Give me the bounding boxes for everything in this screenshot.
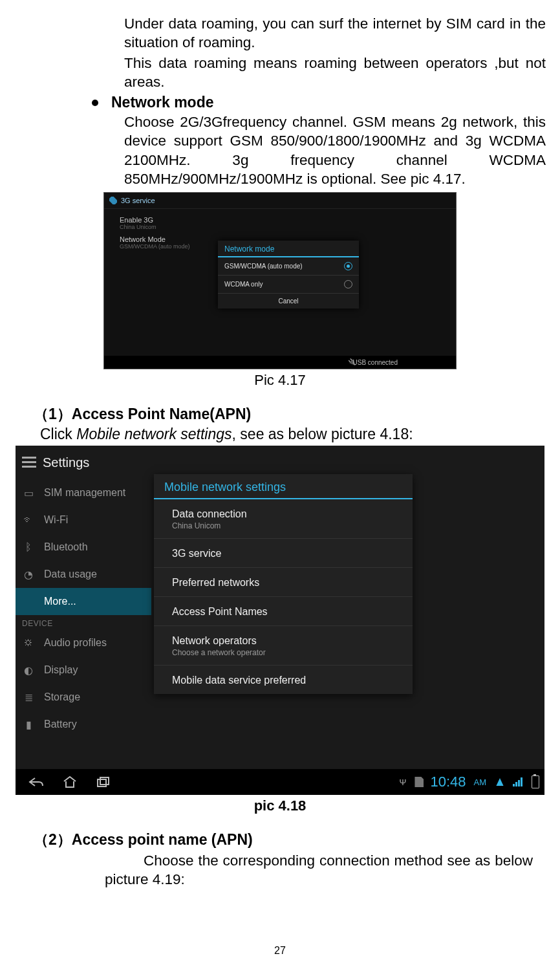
sidebar-item-display[interactable]: ◐ Display	[16, 656, 151, 684]
bullet-network-mode: Network mode	[92, 94, 546, 111]
panel-item-subtext: China Unicom	[172, 521, 401, 530]
cancel-button[interactable]: Cancel	[218, 294, 359, 309]
audio-icon: ⛭	[22, 636, 35, 649]
sidebar-item-label: More...	[44, 596, 76, 607]
blank-icon	[22, 595, 35, 608]
radio-selected-icon	[344, 262, 352, 270]
sidebar-item-label: Battery	[44, 719, 77, 730]
section-1-heading: （1）Access Point Name(APN)	[34, 404, 546, 424]
option-label: GSM/WCDMA (auto mode)	[224, 263, 303, 270]
paragraph: This data roaming means roaming between …	[124, 54, 546, 92]
sidebar-item-label: Wi-Fi	[44, 514, 68, 526]
data-usage-icon: ◔	[22, 568, 35, 581]
panel-item-preferred-networks[interactable]: Preferred networks	[154, 568, 413, 597]
sidebar-item-sim-management[interactable]: ▭ SIM management	[16, 479, 151, 506]
status-ampm: AM	[474, 777, 487, 787]
panel-item-data-connection[interactable]: Data connection China Unicom	[154, 499, 413, 539]
option-gsm-wcdma-auto[interactable]: GSM/WCDMA (auto mode)	[218, 257, 359, 276]
panel-item-network-operators[interactable]: Network operators Choose a network opera…	[154, 626, 413, 666]
usb-connected-text: USB connected	[353, 359, 398, 366]
home-button[interactable]	[54, 773, 85, 791]
status-cell-bars-icon	[513, 777, 522, 786]
paragraph: Under data roaming, you can surf the int…	[124, 14, 546, 52]
bg-item-enable-3g-sub: China Unicom	[120, 224, 249, 230]
screenshot-4-17: 3G service Enable 3G China Unicom Networ…	[103, 192, 457, 369]
settings-icon	[22, 455, 36, 470]
status-battery-icon	[532, 775, 539, 788]
sim-icon: ▭	[22, 486, 35, 499]
paragraph: Choose 2G/3Gfrequency channel. GSM means…	[124, 113, 546, 188]
radio-unselected-icon	[344, 280, 352, 288]
screen-title: 3G service	[121, 197, 155, 204]
screen-title-bar: 3G service	[104, 193, 457, 209]
dialog-title: Network mode	[218, 241, 359, 257]
section-1-text: Click Mobile network settings, see as be…	[40, 426, 546, 443]
wifi-icon: ᯤ	[22, 514, 35, 526]
svg-rect-1	[100, 777, 109, 785]
phone-icon	[109, 197, 117, 204]
usb-icon	[348, 358, 353, 366]
status-bar: USB connected	[104, 356, 456, 369]
page-number: 27	[0, 945, 560, 957]
mobile-network-settings-panel: Mobile network settings Data connection …	[154, 474, 413, 694]
battery-icon: ▮	[22, 718, 35, 731]
sidebar-item-label: Display	[44, 664, 78, 676]
display-icon: ◐	[22, 664, 35, 677]
option-wcdma-only[interactable]: WCDMA only	[218, 276, 359, 294]
sidebar-section-device: DEVICE	[16, 615, 151, 629]
sidebar-item-more[interactable]: More...	[16, 588, 151, 615]
option-label: WCDMA only	[224, 281, 263, 288]
sidebar-item-storage[interactable]: ≣ Storage	[16, 684, 151, 711]
network-mode-dialog: Network mode GSM/WCDMA (auto mode) WCDMA…	[218, 241, 359, 309]
recent-apps-button[interactable]	[88, 773, 119, 791]
sidebar-item-battery[interactable]: ▮ Battery	[16, 711, 151, 738]
panel-item-access-point-names[interactable]: Access Point Names	[154, 597, 413, 626]
status-usb-icon: Ψ	[399, 777, 408, 786]
sidebar-item-wifi[interactable]: ᯤ Wi-Fi	[16, 506, 151, 534]
panel-item-3g-service[interactable]: 3G service	[154, 539, 413, 568]
sidebar-item-data-usage[interactable]: ◔ Data usage	[16, 561, 151, 588]
settings-sidebar: Settings ▭ SIM management ᯤ Wi-Fi ᛒ Blue…	[16, 446, 151, 769]
caption-4-18: pic 4.18	[14, 797, 546, 814]
section-2-heading: （2）Access point name (APN)	[34, 830, 546, 850]
sidebar-item-label: SIM management	[44, 487, 125, 499]
status-sd-icon	[415, 777, 424, 787]
panel-item-mobile-data-service-preferred[interactable]: Mobile data service preferred	[154, 666, 413, 694]
settings-header: Settings	[16, 446, 151, 479]
sidebar-item-label: Storage	[44, 691, 80, 703]
svg-rect-0	[98, 779, 106, 786]
screenshot-4-18: Settings ▭ SIM management ᯤ Wi-Fi ᛒ Blue…	[16, 446, 544, 795]
back-button[interactable]	[21, 773, 52, 791]
section-2-text: Choose the corresponding connection meth…	[105, 851, 533, 889]
caption-4-17: Pic 4.17	[14, 372, 546, 389]
bullet-label: Network mode	[111, 94, 213, 111]
bg-item-enable-3g: Enable 3G	[120, 216, 249, 224]
panel-title: Mobile network settings	[154, 474, 413, 499]
status-signal-icon	[496, 778, 503, 786]
sidebar-item-label: Data usage	[44, 569, 97, 580]
sidebar-item-audio-profiles[interactable]: ⛭ Audio profiles	[16, 629, 151, 656]
sidebar-item-label: Bluetooth	[44, 541, 88, 553]
sidebar-item-bluetooth[interactable]: ᛒ Bluetooth	[16, 534, 151, 561]
bluetooth-icon: ᛒ	[22, 541, 35, 554]
sidebar-item-label: Audio profiles	[44, 637, 107, 649]
storage-icon: ≣	[22, 691, 35, 704]
panel-item-subtext: Choose a network operator	[172, 648, 401, 657]
navigation-bar: Ψ 10:48 AM	[16, 769, 544, 795]
status-clock: 10:48	[430, 774, 466, 790]
bullet-dot-icon	[92, 100, 98, 106]
